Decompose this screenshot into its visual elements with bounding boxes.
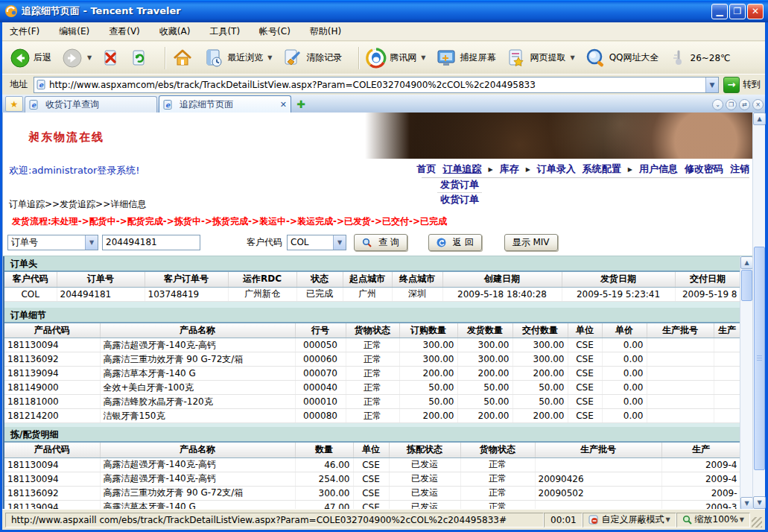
table-cell [535,457,661,472]
nav-inventory[interactable]: 库存 [500,162,519,176]
section-order-header: 订单头 [4,256,740,270]
submenu-ship-order[interactable]: 发货订单 [437,178,482,193]
return-button[interactable]: 返 回 [428,234,482,251]
tab-restore-icon[interactable]: ❐ [726,99,737,110]
column-header: 生产批号 [647,323,714,338]
scroll-up-icon[interactable]: ▲ [753,113,766,125]
tab-close-all-icon[interactable]: × [752,99,764,110]
table-cell: COL [4,287,57,301]
column-header: 订购数量 [399,323,457,338]
table-cell [714,381,740,395]
nav-order-track[interactable]: 订单追踪 [443,162,482,176]
scroll-up-icon[interactable]: ▲ [740,256,752,269]
table-cell: 200.00 [399,367,457,381]
table-cell: 46.00 [295,457,353,472]
tab-switch-icon[interactable]: ⇄ [739,99,750,110]
table-cell: 0.00 [602,338,647,352]
table-cell: 正常 [346,352,399,367]
zoom-control[interactable]: 缩放100% ▼ [676,513,750,528]
menu-tools[interactable]: 工具(T) [209,25,240,38]
tab-close-icon[interactable]: ✕ [280,100,287,110]
address-input[interactable] [49,80,705,90]
menu-account[interactable]: 帐号(C) [259,25,291,38]
stop-button[interactable] [102,49,120,67]
table-cell [714,367,740,381]
nav-system-config[interactable]: 系统配置 [583,162,621,176]
order-type-select[interactable]: 订单号 ▼ [7,235,98,250]
table-row: 181139094高露洁草本牙膏-140 G47.00CSE已发运正常2009-… [4,500,740,509]
scroll-down-icon[interactable]: ▼ [740,497,752,509]
nav-user-info[interactable]: 用户信息 [639,162,678,176]
menu-view[interactable]: 查看(V) [109,25,140,38]
menu-edit[interactable]: 编辑(E) [59,25,89,38]
banner-photo [365,113,752,159]
table-cell: 181139094 [4,500,100,509]
minimize-button[interactable]: ▁ [711,4,728,19]
customer-code-select[interactable]: COL ▼ [287,235,346,250]
go-button[interactable]: → 转到 [723,77,761,93]
resize-grip[interactable] [752,517,762,528]
menu-help[interactable]: 帮助(H) [310,25,341,38]
weather-widget[interactable]: 26~28℃ [670,49,731,67]
table-cell: 正常 [346,338,399,352]
table-scrollbar[interactable]: ▲ ▼ [740,256,752,509]
qq-nav-button[interactable]: QQ网址大全 [585,48,659,69]
clear-button[interactable]: 清除记录 [282,48,342,69]
table-cell [714,338,740,352]
table-row: 181139094高露洁草本牙膏-140 G000070正常200.00200.… [4,367,740,381]
table-cell: 300.00 [399,352,457,367]
forward-button[interactable]: ▼ [62,48,92,69]
column-header: 产品名称 [100,323,295,338]
address-dropdown-icon[interactable]: ▼ [705,77,718,92]
address-bar: 地址 e ▼ → 转到 [2,74,765,95]
table-cell: 正常 [346,381,399,395]
favorite-star-icon[interactable]: ★ [5,96,23,112]
back-button[interactable]: 后退 [10,48,51,69]
table-cell: 2009-4 [661,472,740,486]
tab-track-detail-page[interactable]: e 追踪细节页面 ✕ [159,95,291,113]
page-scrollbar[interactable]: ▲ ▼ [752,113,765,509]
column-header: 生产 [661,442,740,457]
scroll-down-icon[interactable]: ▼ [753,496,766,509]
tab-overflow-icon[interactable]: ⌄ [712,99,723,110]
block-mode-control[interactable]: 自定义屏蔽模式 ▼ [583,513,676,528]
qq-site-button[interactable]: 腾讯网 ▼ [366,48,425,69]
nav-change-password[interactable]: 修改密码 [685,162,723,176]
home-button[interactable] [172,48,193,69]
table-cell: CSE [353,457,389,472]
refresh-button[interactable] [130,49,148,67]
recent-dropdown-icon[interactable]: ▼ [267,54,272,61]
order-number-input[interactable] [102,235,200,250]
maximize-button[interactable]: ❐ [729,4,746,19]
recent-button[interactable]: 最近浏览 ▼ [203,48,272,69]
close-button[interactable]: ✕ [747,4,764,19]
table-cell: CSE [568,367,602,381]
table-cell [714,395,740,409]
column-header: 货物状态 [460,442,535,457]
tab-receive-order-query[interactable]: e 收货订单查询 [25,96,157,113]
nav-logout[interactable]: 注销 [730,162,749,176]
menu-favorites[interactable]: 收藏(A) [159,25,191,38]
show-miv-button[interactable]: 显示 MIV [504,234,558,251]
submenu-receive-order[interactable]: 收货订单 [437,193,482,207]
forward-dropdown-icon[interactable]: ▼ [87,54,92,61]
column-header: 单价 [602,323,647,338]
extract-button[interactable]: 网页提取 ▼ [506,48,574,69]
nav-home[interactable]: 首页 [417,162,437,176]
welcome-nav-block: 欢迎:administrator登录系统! 首页 订单追踪 ▶ 库存 ▶ 订单录… [3,159,752,198]
extract-dropdown-icon[interactable]: ▼ [570,54,574,61]
table-cell: 000080 [295,409,346,423]
qq-site-dropdown-icon[interactable]: ▼ [421,54,425,61]
nav-order-entry[interactable]: 订单录入 [537,162,576,176]
table-row: 181136092高露洁三重功效牙膏 90 G-72支/箱300.00CSE已发… [4,486,740,500]
new-tab-button[interactable]: ✚ [293,97,309,112]
table-cell: 000060 [295,352,346,367]
search-button[interactable]: 查 询 [354,234,407,251]
scroll-thumb[interactable] [741,270,752,301]
menu-file[interactable]: 文件(F) [10,25,39,38]
column-header: 产品代码 [4,442,100,457]
column-header: 产品名称 [100,442,295,457]
address-label: 地址 [10,78,28,91]
scroll-thumb[interactable] [754,247,765,470]
capture-button[interactable]: 捕捉屏幕 [436,48,495,69]
